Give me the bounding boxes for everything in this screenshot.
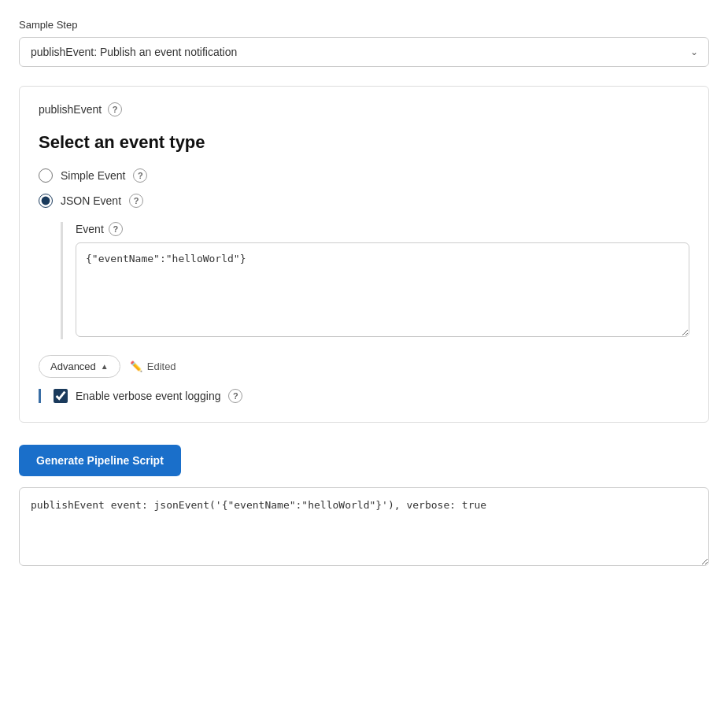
event-field-help-icon[interactable]: ? xyxy=(109,222,123,236)
card-title: publishEvent xyxy=(39,103,102,116)
pipeline-output-textarea[interactable] xyxy=(19,487,709,566)
edited-label[interactable]: ✏️ Edited xyxy=(130,361,176,372)
event-textarea-section: Event ? xyxy=(61,222,689,339)
advanced-content: Enable verbose event logging ? xyxy=(39,389,689,403)
publish-event-panel: publishEvent ? Select an event type Simp… xyxy=(19,86,709,423)
verbose-logging-label: Enable verbose event logging xyxy=(76,390,220,402)
sample-step-label: Sample Step xyxy=(19,19,709,31)
simple-event-radio-item[interactable]: Simple Event ? xyxy=(39,168,689,183)
advanced-row: Advanced ▲ ✏️ Edited xyxy=(39,355,689,378)
select-event-type-title: Select an event type xyxy=(39,132,689,153)
simple-event-label: Simple Event xyxy=(61,169,125,182)
event-label-text: Event xyxy=(76,223,104,235)
event-field-label: Event ? xyxy=(76,222,689,236)
event-type-radio-group: Simple Event ? JSON Event ? Event ? xyxy=(39,168,689,339)
generate-pipeline-script-button[interactable]: Generate Pipeline Script xyxy=(19,445,181,476)
advanced-button[interactable]: Advanced ▲ xyxy=(39,355,120,378)
sample-step-dropdown[interactable]: publishEvent: Publish an event notificat… xyxy=(19,37,709,67)
advanced-label: Advanced xyxy=(50,361,96,372)
json-event-radio[interactable] xyxy=(39,194,53,208)
card-header: publishEvent ? xyxy=(39,102,689,116)
simple-event-radio[interactable] xyxy=(39,168,53,183)
simple-event-help-icon[interactable]: ? xyxy=(133,168,147,183)
edited-text: Edited xyxy=(147,361,176,372)
json-event-help-icon[interactable]: ? xyxy=(129,194,143,208)
json-event-label: JSON Event xyxy=(61,194,121,207)
publish-event-help-icon[interactable]: ? xyxy=(108,102,122,116)
verbose-logging-help-icon[interactable]: ? xyxy=(228,389,242,403)
sample-step-dropdown-wrapper: publishEvent: Publish an event notificat… xyxy=(19,37,709,67)
chevron-up-icon: ▲ xyxy=(101,362,109,371)
json-event-radio-item[interactable]: JSON Event ? xyxy=(39,194,689,208)
event-textarea[interactable] xyxy=(76,242,689,337)
pencil-icon: ✏️ xyxy=(130,361,142,372)
verbose-logging-checkbox-item[interactable]: Enable verbose event logging ? xyxy=(54,389,689,403)
verbose-logging-checkbox[interactable] xyxy=(54,389,68,403)
